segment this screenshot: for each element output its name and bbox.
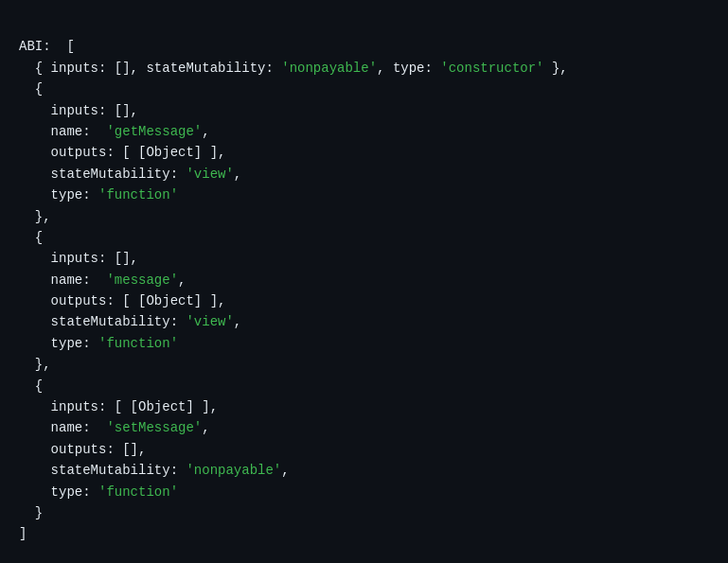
- line-open-3: {: [19, 378, 43, 394]
- line-outputs-3: outputs: [],: [19, 442, 146, 457]
- abi-label: ABI: [: [19, 39, 75, 54]
- line-name-2: name: 'message',: [19, 273, 186, 288]
- line-type-1: type: 'function': [19, 187, 178, 202]
- code-block: ABI: [ { inputs: [], stateMutability: 'n…: [19, 15, 709, 563]
- line-type-3: type: 'function': [19, 484, 178, 500]
- line-open-2: {: [19, 230, 43, 245]
- line-statemut-3: stateMutability: 'nonpayable',: [19, 463, 290, 478]
- line-constructor: { inputs: [], stateMutability: 'nonpayab…: [19, 61, 568, 76]
- line-type-2: type: 'function': [19, 336, 178, 351]
- line-close-1: },: [19, 209, 51, 224]
- line-array-close: ]: [19, 526, 27, 541]
- line-close-2: },: [19, 357, 51, 372]
- line-close-3: }: [19, 505, 43, 520]
- line-statemut-2: stateMutability: 'view',: [19, 314, 241, 329]
- line-outputs-1: outputs: [ [Object] ],: [19, 145, 225, 160]
- line-statemut-1: stateMutability: 'view',: [19, 167, 241, 182]
- line-inputs-2: inputs: [],: [19, 251, 138, 266]
- line-open-1: {: [19, 81, 43, 97]
- line-name-1: name: 'getMessage',: [19, 124, 210, 139]
- line-outputs-2: outputs: [ [Object] ],: [19, 293, 225, 308]
- line-inputs-3: inputs: [ [Object] ],: [19, 399, 218, 414]
- code-container: ABI: [ { inputs: [], stateMutability: 'n…: [0, 0, 728, 563]
- line-name-3: name: 'setMessage',: [19, 420, 210, 435]
- line-inputs-1: inputs: [],: [19, 103, 138, 118]
